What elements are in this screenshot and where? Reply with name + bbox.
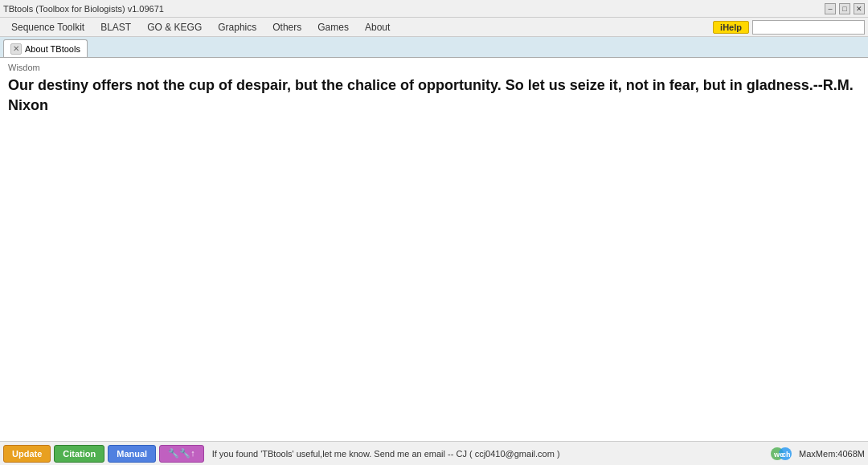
tab-about-tbtools[interactable]: ✕ About TBtools xyxy=(3,39,88,57)
status-bar: Update Citation Manual 🔧🔧↑ If you found … xyxy=(0,441,868,465)
menu-games[interactable]: Games xyxy=(309,20,357,35)
maximize-button[interactable]: □ xyxy=(839,3,850,14)
help-button[interactable]: iHelp xyxy=(713,21,749,34)
minimize-button[interactable]: – xyxy=(825,3,836,14)
status-right: we ch MaxMem:4068M xyxy=(767,445,865,463)
tab-label: About TBtools xyxy=(25,44,80,54)
tab-bar: ✕ About TBtools xyxy=(0,37,868,58)
update-button[interactable]: Update xyxy=(3,445,51,463)
max-mem-label: MaxMem:4068M xyxy=(799,449,865,459)
window-title: TBtools (Toolbox for Biologists) v1.0967… xyxy=(3,4,164,14)
menu-graphics[interactable]: Graphics xyxy=(210,20,264,35)
main-content: Wisdom Our destiny offers not the cup of… xyxy=(0,58,868,441)
menu-right: iHelp xyxy=(713,20,865,35)
menu-others[interactable]: Others xyxy=(264,20,309,35)
menu-bar: Sequence Toolkit BLAST GO & KEGG Graphic… xyxy=(0,18,868,37)
wisdom-label: Wisdom xyxy=(8,63,860,72)
title-bar: TBtools (Toolbox for Biologists) v1.0967… xyxy=(0,0,868,18)
search-input[interactable] xyxy=(752,20,865,35)
extra-button[interactable]: 🔧🔧↑ xyxy=(159,445,204,463)
status-message: If you found 'TBtools' useful,let me kno… xyxy=(207,449,764,459)
menu-blast[interactable]: BLAST xyxy=(92,20,139,35)
manual-button[interactable]: Manual xyxy=(108,445,156,463)
content-panel: Wisdom Our destiny offers not the cup of… xyxy=(0,58,868,441)
menu-items: Sequence Toolkit BLAST GO & KEGG Graphic… xyxy=(3,20,398,35)
wisdom-quote: Our destiny offers not the cup of despai… xyxy=(8,75,860,116)
svg-text:ch: ch xyxy=(782,451,791,459)
tab-close-icon[interactable]: ✕ xyxy=(10,43,22,55)
menu-sequence-toolkit[interactable]: Sequence Toolkit xyxy=(3,20,92,35)
menu-about[interactable]: About xyxy=(357,20,398,35)
close-button[interactable]: ✕ xyxy=(854,3,865,14)
citation-button[interactable]: Citation xyxy=(54,445,104,463)
window-controls: – □ ✕ xyxy=(825,3,865,14)
menu-go-kegg[interactable]: GO & KEGG xyxy=(139,20,210,35)
wechat-icon: we ch xyxy=(767,445,796,463)
